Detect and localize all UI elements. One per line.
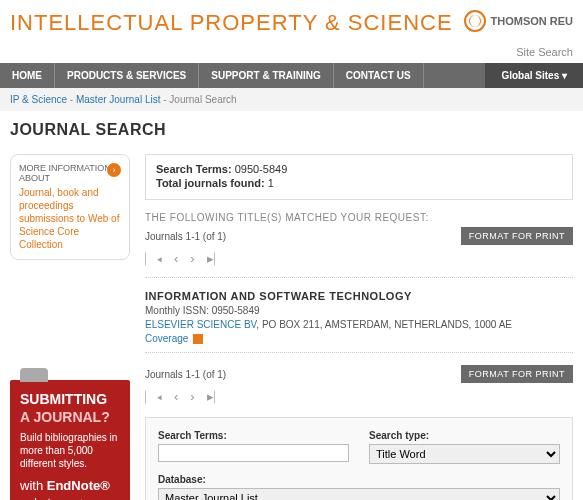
divider	[145, 352, 573, 353]
journal-title: INFORMATION AND SOFTWARE TECHNOLOGY	[145, 290, 573, 302]
page-title: JOURNAL SEARCH	[10, 121, 573, 139]
database-label: Database:	[158, 474, 560, 485]
nav-spacer	[424, 63, 486, 88]
promo-tab-icon	[20, 368, 48, 382]
pager-next-icon[interactable]: ›	[190, 389, 194, 405]
pager-text-bottom: Journals 1-1 (of 1)	[145, 369, 226, 380]
pager-next-icon[interactable]: ›	[190, 251, 194, 267]
breadcrumb-master[interactable]: Master Journal List	[76, 94, 160, 105]
pager-first-icon[interactable]: ⎸◂	[145, 251, 162, 267]
journal-issn: Monthly ISSN: 0950-5849	[145, 305, 573, 316]
promo-text: Build bibliographies in more than 5,000 …	[20, 431, 120, 470]
info-box[interactable]: › MORE INFORMATION ABOUT Journal, book a…	[10, 154, 130, 260]
main-nav: HOME PRODUCTS & SERVICES SUPPORT & TRAIN…	[0, 63, 583, 88]
nav-global-sites[interactable]: Global Sites ▾	[485, 63, 583, 88]
search-terms-input[interactable]	[158, 444, 349, 462]
thomson-icon	[464, 10, 486, 32]
breadcrumb: IP & Science - Master Journal List - Jou…	[0, 88, 583, 111]
pager-prev-icon[interactable]: ‹	[174, 389, 178, 405]
search-form: Search Terms: Search type: Title Word Da…	[145, 417, 573, 500]
info-label: MORE INFORMATION ABOUT	[19, 163, 121, 183]
nav-products[interactable]: PRODUCTS & SERVICES	[55, 63, 199, 88]
pager-controls-bottom: ⎸◂ ‹ › ▸⎸	[145, 389, 573, 405]
pager-text-top: Journals 1-1 (of 1)	[145, 231, 226, 242]
pager-last-icon[interactable]: ▸⎸	[207, 389, 226, 405]
breadcrumb-current: Journal Search	[169, 94, 236, 105]
brand-logo: THOMSON REU	[464, 10, 574, 32]
pager-prev-icon[interactable]: ‹	[174, 251, 178, 267]
database-select[interactable]: Master Journal List	[158, 488, 560, 500]
journal-result: INFORMATION AND SOFTWARE TECHNOLOGY Mont…	[145, 290, 573, 344]
nav-home[interactable]: HOME	[0, 63, 55, 88]
journal-publisher-link[interactable]: ELSEVIER SCIENCE BV	[145, 319, 256, 330]
coverage-link[interactable]: Coverage	[145, 333, 573, 344]
brand-text: THOMSON REU	[491, 15, 574, 27]
nav-support[interactable]: SUPPORT & TRAINING	[199, 63, 333, 88]
divider	[145, 277, 573, 278]
pager-last-icon[interactable]: ▸⎸	[207, 251, 226, 267]
promo-subtitle: A JOURNAL?	[20, 409, 120, 425]
search-terms-value: 0950-5849	[235, 163, 288, 175]
site-search-label[interactable]: Site Search	[0, 41, 583, 63]
pager-controls-top: ⎸◂ ‹ › ▸⎸	[145, 251, 573, 267]
journal-address: , PO BOX 211, AMSTERDAM, NETHERLANDS, 10…	[256, 319, 512, 330]
search-type-label: Search type:	[369, 430, 560, 441]
results-summary: Search Terms: 0950-5849 Total journals f…	[145, 154, 573, 200]
coverage-icon	[193, 334, 203, 344]
breadcrumb-ip[interactable]: IP & Science	[10, 94, 67, 105]
match-label: THE FOLLOWING TITLE(S) MATCHED YOUR REQU…	[145, 212, 573, 223]
promo-with: with EndNote®	[20, 478, 120, 493]
total-found-label: Total journals found:	[156, 177, 265, 189]
info-link[interactable]: Journal, book and proceedings submission…	[19, 186, 121, 251]
nav-contact[interactable]: CONTACT US	[334, 63, 424, 88]
search-terms-field-label: Search Terms:	[158, 430, 349, 441]
search-terms-label: Search Terms:	[156, 163, 232, 175]
format-print-button-bottom[interactable]: FORMAT FOR PRINT	[461, 365, 573, 383]
format-print-button-top[interactable]: FORMAT FOR PRINT	[461, 227, 573, 245]
pager-first-icon[interactable]: ⎸◂	[145, 389, 162, 405]
chevron-right-icon: ›	[107, 163, 121, 177]
search-type-select[interactable]: Title Word	[369, 444, 560, 464]
total-found-value: 1	[268, 177, 274, 189]
promo-endnote-text: EndNote®	[47, 478, 110, 493]
promo-title: SUBMITTING	[20, 392, 120, 407]
promo-endnote[interactable]: SUBMITTING A JOURNAL? Build bibliographi…	[10, 380, 130, 500]
